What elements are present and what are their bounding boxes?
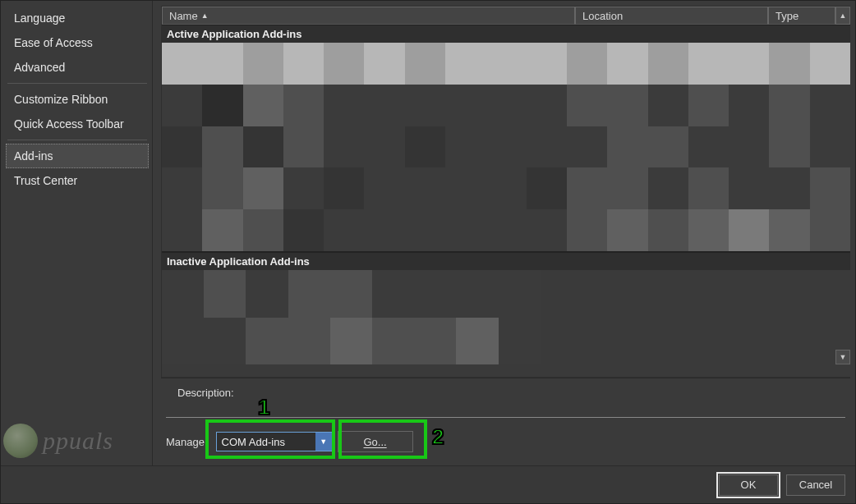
manage-dropdown-value: COM Add-ins [217, 436, 315, 448]
inactive-addins-header: Inactive Application Add-ins [162, 252, 850, 270]
column-header-type[interactable]: Type [768, 7, 835, 25]
cancel-button[interactable]: Cancel [786, 474, 845, 496]
column-header-name[interactable]: Name ▲ [162, 7, 575, 25]
addins-list: Name ▲ Location Type ▲ Active Applicatio… [161, 6, 850, 378]
addins-panel: Name ▲ Location Type ▲ Active Applicatio… [153, 1, 855, 465]
sort-ascending-icon: ▲ [201, 11, 209, 20]
dialog-footer: OK Cancel [1, 465, 855, 503]
sidebar-item-add-ins[interactable]: Add-ins [6, 144, 149, 168]
sidebar-item-trust-center[interactable]: Trust Center [6, 168, 149, 193]
sidebar-separator [7, 83, 147, 84]
active-addins-rows[interactable] [162, 43, 850, 252]
sidebar-separator [7, 140, 147, 140]
column-headers: Name ▲ Location Type ▲ [162, 7, 850, 25]
column-header-location[interactable]: Location [575, 7, 768, 25]
pixelated-content [162, 43, 850, 251]
sidebar-item-ease-of-access[interactable]: Ease of Access [6, 30, 149, 55]
description-label: Description: [161, 378, 850, 402]
sidebar-item-customize-ribbon[interactable]: Customize Ribbon [6, 87, 149, 112]
annotation-callout-2: 2 [432, 424, 444, 450]
go-button[interactable]: Go... [338, 431, 413, 452]
manage-dropdown[interactable]: COM Add-ins ▼ [216, 432, 333, 451]
column-header-type-label: Type [775, 10, 798, 22]
scroll-up-button[interactable]: ▲ [835, 7, 850, 25]
dropdown-arrow-icon: ▼ [315, 433, 332, 451]
divider [166, 417, 845, 418]
dialog-body: Language Ease of Access Advanced Customi… [1, 1, 855, 465]
sidebar-item-language[interactable]: Language [6, 6, 149, 30]
manage-row: Manage: COM Add-ins ▼ Go... 1 2 [161, 423, 850, 460]
ok-button[interactable]: OK [719, 474, 778, 496]
pixelated-content [162, 270, 541, 364]
options-sidebar: Language Ease of Access Advanced Customi… [1, 1, 153, 465]
chevron-down-icon: ▼ [840, 353, 847, 361]
active-addins-header: Active Application Add-ins [162, 25, 850, 43]
column-header-location-label: Location [582, 10, 623, 22]
go-button-label: Go... [364, 436, 387, 448]
options-dialog: Language Ease of Access Advanced Customi… [0, 0, 856, 504]
sidebar-item-quick-access-toolbar[interactable]: Quick Access Toolbar [6, 112, 149, 136]
sidebar-item-advanced[interactable]: Advanced [6, 55, 149, 80]
inactive-addins-rows[interactable]: ▼ [162, 270, 850, 364]
scroll-down-button[interactable]: ▼ [835, 350, 850, 364]
manage-label: Manage: [166, 436, 208, 448]
chevron-up-icon: ▲ [840, 11, 847, 20]
column-header-name-label: Name [169, 10, 198, 22]
